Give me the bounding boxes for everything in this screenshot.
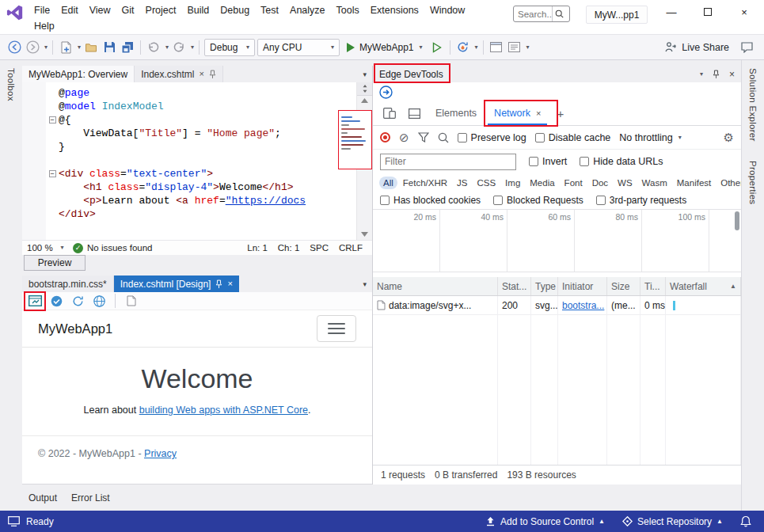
spaces-indicator[interactable]: SPC: [310, 243, 329, 253]
document-list-caret-icon[interactable]: ▾: [363, 280, 372, 288]
menu-build[interactable]: Build: [181, 3, 215, 17]
privacy-link[interactable]: Privacy: [144, 448, 177, 459]
tab-overview[interactable]: MyWebApp1: Overview: [22, 66, 135, 82]
minimize-button[interactable]: —: [653, 0, 690, 24]
redo-caret-icon[interactable]: ▾: [191, 44, 194, 51]
scroll-down-icon[interactable]: [361, 230, 368, 240]
quick-search-box[interactable]: [513, 6, 570, 22]
navigate-back-button[interactable]: [6, 39, 22, 56]
column-header-name[interactable]: Name: [373, 277, 498, 295]
globe-icon[interactable]: [91, 292, 107, 310]
network-filter-input[interactable]: [380, 154, 516, 170]
filter-pill-fetch-xhr[interactable]: Fetch/XHR: [399, 177, 451, 189]
cell-initiator[interactable]: bootstra...: [558, 296, 607, 314]
brand-link[interactable]: MyWebApp1: [38, 321, 112, 336]
filter-pill-all[interactable]: All: [379, 177, 397, 189]
navigate-forward-button[interactable]: [25, 39, 40, 56]
filter-pill-css[interactable]: CSS: [473, 177, 500, 189]
open-target-icon[interactable]: [379, 86, 393, 99]
close-icon[interactable]: ×: [729, 69, 735, 80]
solution-configuration-dropdown[interactable]: Debug ▾: [204, 39, 255, 56]
filter-pill-media[interactable]: Media: [526, 177, 558, 189]
open-in-browser-button[interactable]: [27, 292, 43, 310]
tab-elements[interactable]: Elements: [429, 101, 483, 125]
docs-link[interactable]: building Web apps with ASP.NET Core: [139, 405, 308, 416]
tab-index-design[interactable]: Index.cshtml [Design] ×: [114, 276, 239, 292]
menu-window[interactable]: Window: [424, 3, 470, 17]
scrollbar-thumb[interactable]: [735, 211, 739, 230]
menu-analyze[interactable]: Analyze: [284, 3, 330, 17]
fold-margin[interactable]: −: [46, 116, 59, 124]
feedback-button[interactable]: [739, 39, 754, 56]
output-tab[interactable]: Output: [29, 492, 57, 504]
issues-indicator[interactable]: ✓ No issues found: [73, 243, 152, 253]
search-icon[interactable]: [552, 6, 566, 21]
toolbox-tab[interactable]: Toolbox: [6, 68, 16, 511]
network-request-row[interactable]: data:image/svg+x... 200 svg... bootstra.…: [373, 296, 741, 315]
new-file-button[interactable]: [58, 39, 74, 56]
maximize-button[interactable]: [690, 0, 726, 24]
preview-button[interactable]: Preview: [24, 255, 86, 271]
column-header-type[interactable]: Type: [531, 277, 558, 295]
add-to-source-control-button[interactable]: Add to Source Control ▲: [485, 516, 605, 527]
checkbox-blocked-requests[interactable]: Blocked Requests: [493, 195, 583, 206]
column-header-waterfall[interactable]: Waterfall▲: [666, 277, 741, 295]
pin-icon[interactable]: [713, 70, 720, 79]
code-editor[interactable]: @page@model IndexModel−@{ ViewData["Titl…: [22, 82, 372, 240]
collapse-icon[interactable]: −: [49, 116, 56, 124]
filter-pill-font[interactable]: Font: [561, 177, 587, 189]
redo-button[interactable]: [171, 39, 187, 56]
column-header-size[interactable]: Size: [607, 277, 640, 295]
open-folder-button[interactable]: [83, 39, 99, 56]
tab-pin-icon[interactable]: [209, 70, 216, 79]
initiator-link[interactable]: bootstra...: [562, 300, 604, 311]
column-header-ti[interactable]: Ti...: [640, 277, 666, 295]
sort-ascending-icon[interactable]: ▲: [730, 283, 736, 290]
code-lines[interactable]: @page@model IndexModel−@{ ViewData["Titl…: [46, 82, 356, 240]
menu-help[interactable]: Help: [29, 19, 60, 33]
window-layout-button[interactable]: [488, 39, 504, 56]
navigate-caret-icon[interactable]: ▾: [44, 44, 48, 51]
solution-platform-dropdown[interactable]: Any CPU ▾: [257, 39, 340, 56]
refresh-button[interactable]: [70, 292, 86, 310]
devtools-window-header[interactable]: Edge DevTools ▾ ×: [373, 66, 741, 82]
start-without-debugging-button[interactable]: [429, 39, 445, 56]
cell-name[interactable]: data:image/svg+x...: [373, 296, 498, 314]
new-file-caret-icon[interactable]: ▾: [78, 44, 81, 51]
filter-pill-js[interactable]: JS: [453, 177, 471, 189]
browser-link-button[interactable]: [48, 292, 64, 310]
menu-project[interactable]: Project: [140, 3, 182, 17]
live-share-button[interactable]: Live Share: [664, 41, 729, 53]
column-header-initiator[interactable]: Initiator: [558, 277, 607, 295]
tab-network[interactable]: Network ×: [488, 101, 547, 125]
error-list-tab[interactable]: Error List: [71, 492, 110, 504]
add-tab-button[interactable]: +: [552, 107, 568, 120]
tab-close-icon[interactable]: ×: [536, 109, 541, 118]
document-list-caret-icon[interactable]: ▾: [363, 70, 372, 78]
filter-pill-doc[interactable]: Doc: [588, 177, 612, 189]
menu-view[interactable]: View: [84, 3, 116, 17]
search-network-icon[interactable]: [438, 132, 449, 143]
throttling-dropdown[interactable]: No throttling ▾: [619, 132, 681, 143]
undo-caret-icon[interactable]: ▾: [165, 44, 169, 51]
document-outline-button[interactable]: [124, 292, 139, 310]
tab-bootstrap-css[interactable]: bootstrap.min.css*: [22, 276, 114, 292]
solution-explorer-tab[interactable]: Solution Explorer: [748, 68, 758, 142]
menu-git[interactable]: Git: [116, 3, 140, 17]
splitter-handle[interactable]: [357, 82, 373, 96]
notifications-bell-icon[interactable]: [740, 515, 751, 527]
inspect-panel-icon[interactable]: [405, 108, 424, 119]
tab-close-icon[interactable]: ×: [227, 279, 232, 288]
toggle-device-toolbar-icon[interactable]: [379, 108, 400, 119]
scroll-up-icon[interactable]: [361, 96, 368, 105]
save-button[interactable]: [101, 39, 117, 56]
layout-caret-icon[interactable]: ▾: [526, 44, 530, 51]
invert-checkbox[interactable]: Invert: [529, 156, 567, 167]
line-ending-indicator[interactable]: CRLF: [339, 243, 363, 253]
filter-pill-ws[interactable]: WS: [614, 177, 637, 189]
zoom-dropdown[interactable]: 100 % ▾: [27, 243, 65, 253]
tab-index-cshtml[interactable]: Index.cshtml ×: [135, 66, 223, 82]
checkbox-3rd-party-requests[interactable]: 3rd-party requests: [596, 195, 686, 206]
filter-funnel-icon[interactable]: [418, 132, 429, 142]
filter-pill-img[interactable]: Img: [501, 177, 524, 189]
